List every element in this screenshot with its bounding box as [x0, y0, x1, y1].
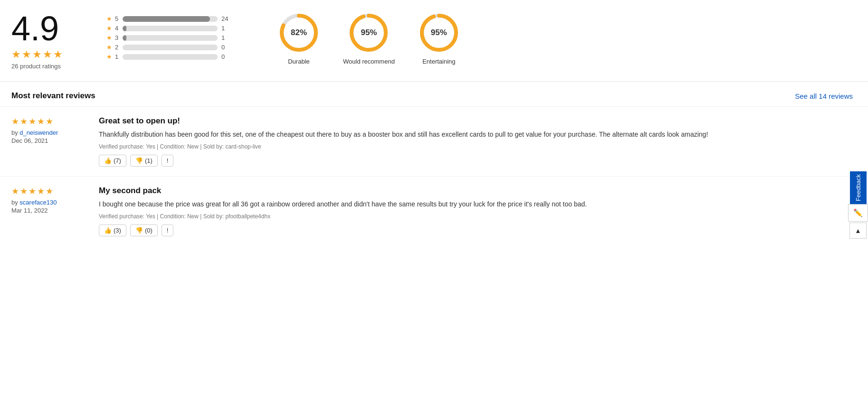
ratings-section: 4.9 ★ ★ ★ ★ ★ 26 product ratings ★ 5 24 … [0, 0, 868, 82]
bar-star-icon: ★ [106, 25, 111, 32]
thumbs-down-icon: 👎 [135, 157, 143, 164]
circle-metric-would-recommend: 95% Would recommend [343, 11, 395, 65]
star-1: ★ [11, 48, 21, 61]
review-item: ★★★★★ by d_neiswender Dec 06, 2021 Great… [0, 106, 868, 176]
unhelpful-count: (0) [145, 227, 153, 234]
unhelpful-button[interactable]: 👎 (1) [130, 155, 158, 167]
bar-track [123, 16, 218, 22]
feedback-tab: Feedback ✏️ ▲ [848, 171, 868, 239]
thumbs-down-icon: 👎 [135, 227, 143, 234]
bar-level-label: 1 [115, 53, 119, 60]
helpful-button[interactable]: 👍 (3) [99, 224, 126, 236]
reviews-list: ★★★★★ by d_neiswender Dec 06, 2021 Great… [0, 106, 868, 246]
donut-chart: 82% [277, 11, 320, 54]
reviews-section-title: Most relevant reviews [11, 91, 95, 101]
bar-level-label: 3 [115, 34, 119, 41]
review-by-line: by d_neiswender [11, 129, 87, 136]
circle-metric-entertaining: 95% Entertaining [418, 11, 460, 65]
bar-row-1: ★ 1 0 [106, 53, 239, 60]
review-star-icon: ★ [29, 116, 36, 127]
donut-chart: 95% [418, 11, 460, 54]
bar-row-4: ★ 4 1 [106, 25, 239, 32]
reviewer-name-link[interactable]: scareface130 [19, 199, 57, 206]
circle-metric-label: Would recommend [343, 58, 395, 65]
bar-track [123, 54, 218, 60]
helpful-count: (7) [114, 157, 121, 164]
review-meta: ★★★★★ by scareface130 Mar 11, 2022 [11, 186, 87, 236]
flag-button[interactable]: ! [162, 224, 174, 236]
bar-fill [123, 26, 126, 31]
circle-metric-durable: 82% Durable [277, 11, 320, 65]
review-text: Thankfully distribution has been good fo… [99, 130, 853, 140]
review-actions: 👍 (3) 👎 (0) ! [99, 224, 853, 236]
helpful-count: (3) [114, 227, 121, 234]
review-star-icon: ★ [37, 116, 45, 127]
bar-row-3: ★ 3 1 [106, 34, 239, 41]
bar-row-2: ★ 2 0 [106, 44, 239, 51]
see-all-reviews-link[interactable]: See all 14 reviews [795, 92, 853, 100]
review-title: My second pack [99, 186, 853, 196]
bar-star-icon: ★ [106, 44, 111, 51]
donut-percent-label: 82% [291, 28, 307, 37]
review-verified: Verified purchase: Yes | Condition: New … [99, 213, 853, 220]
star-3: ★ [32, 48, 42, 61]
bar-count: 1 [221, 34, 231, 41]
review-meta: ★★★★★ by d_neiswender Dec 06, 2021 [11, 116, 87, 167]
review-by-prefix: by [11, 129, 19, 136]
bar-level-label: 2 [115, 44, 119, 51]
circle-metric-label: Durable [288, 58, 310, 65]
unhelpful-count: (1) [145, 157, 153, 164]
bar-count: 0 [221, 53, 231, 60]
feedback-icon[interactable]: ✏️ [848, 204, 868, 222]
flag-button[interactable]: ! [162, 155, 174, 167]
review-actions: 👍 (7) 👎 (1) ! [99, 155, 853, 167]
review-star-icon: ★ [11, 186, 19, 196]
scroll-top-button[interactable]: ▲ [849, 223, 867, 239]
rating-count: 26 product ratings [11, 63, 61, 70]
review-star-icon: ★ [37, 186, 45, 196]
bar-star-icon: ★ [106, 15, 111, 22]
overall-rating: 4.9 ★ ★ ★ ★ ★ 26 product ratings [11, 11, 87, 70]
bar-row-5: ★ 5 24 [106, 15, 239, 22]
bar-level-label: 5 [115, 15, 119, 22]
bar-star-icon: ★ [106, 53, 111, 60]
review-star-icon: ★ [20, 186, 28, 196]
review-stars: ★★★★★ [11, 116, 87, 127]
review-title: Great set to open up! [99, 116, 853, 126]
bar-fill [123, 35, 126, 41]
donut-percent-label: 95% [361, 28, 377, 37]
bar-track [123, 26, 218, 31]
review-date: Dec 06, 2021 [11, 137, 87, 144]
star-5: ★ [53, 48, 63, 61]
thumbs-up-icon: 👍 [104, 227, 112, 234]
review-text: I bought one because the price was great… [99, 199, 853, 209]
bar-count: 1 [221, 25, 231, 32]
bar-track [123, 35, 218, 41]
overall-stars: ★ ★ ★ ★ ★ [11, 48, 63, 61]
review-star-icon: ★ [29, 186, 36, 196]
review-by-line: by scareface130 [11, 198, 87, 206]
review-by-prefix: by [11, 199, 19, 206]
donut-percent-label: 95% [431, 28, 447, 37]
review-date: Mar 11, 2022 [11, 207, 87, 214]
overall-score: 4.9 [11, 11, 59, 46]
bar-level-label: 4 [115, 25, 119, 32]
bar-count: 24 [221, 15, 231, 22]
review-item: ★★★★★ by scareface130 Mar 11, 2022 My se… [0, 176, 868, 246]
review-stars: ★★★★★ [11, 186, 87, 196]
helpful-button[interactable]: 👍 (7) [99, 155, 126, 167]
feedback-label[interactable]: Feedback [850, 171, 867, 204]
review-body: My second pack I bought one because the … [99, 186, 853, 236]
star-2: ★ [22, 48, 31, 61]
review-star-icon: ★ [20, 116, 28, 127]
review-verified: Verified purchase: Yes | Condition: New … [99, 143, 853, 150]
review-star-icon: ★ [46, 116, 53, 127]
star-4: ★ [43, 48, 52, 61]
flag-icon: ! [167, 157, 169, 164]
reviewer-name-link[interactable]: d_neiswender [19, 129, 58, 136]
bar-star-icon: ★ [106, 34, 111, 41]
bar-fill [123, 16, 210, 22]
flag-icon: ! [167, 227, 169, 234]
unhelpful-button[interactable]: 👎 (0) [130, 224, 158, 236]
review-star-icon: ★ [11, 116, 19, 127]
